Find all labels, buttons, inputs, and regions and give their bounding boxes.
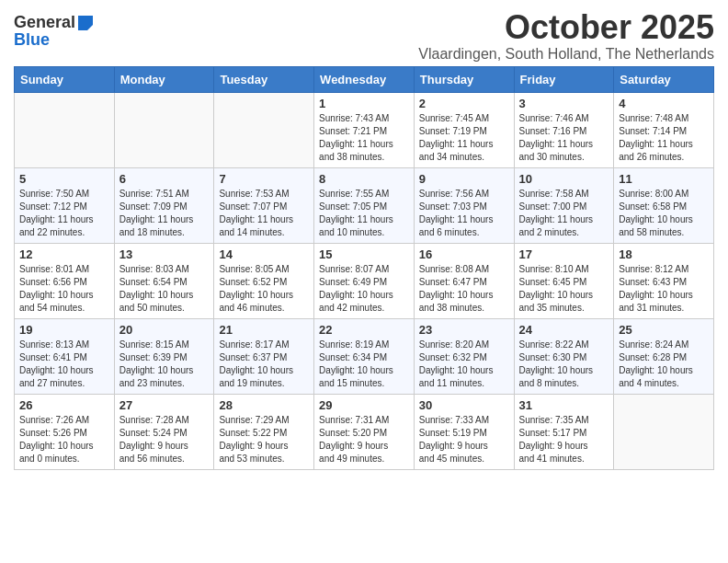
calendar-cell: 8Sunrise: 7:55 AM Sunset: 7:05 PM Daylig… — [314, 167, 415, 243]
day-number: 24 — [519, 323, 609, 337]
calendar-cell: 19Sunrise: 8:13 AM Sunset: 6:41 PM Dayli… — [15, 318, 115, 394]
calendar-cell — [614, 394, 714, 469]
calendar-cell: 14Sunrise: 8:05 AM Sunset: 6:52 PM Dayli… — [214, 243, 314, 318]
svg-marker-0 — [78, 16, 93, 30]
calendar-cell: 20Sunrise: 8:15 AM Sunset: 6:39 PM Dayli… — [114, 318, 214, 394]
day-info: Sunrise: 7:28 AM Sunset: 5:24 PM Dayligh… — [119, 414, 210, 465]
logo: General Blue — [14, 13, 93, 50]
calendar-cell: 6Sunrise: 7:51 AM Sunset: 7:09 PM Daylig… — [114, 167, 214, 243]
day-info: Sunrise: 8:19 AM Sunset: 6:34 PM Dayligh… — [319, 339, 409, 390]
calendar-cell: 22Sunrise: 8:19 AM Sunset: 6:34 PM Dayli… — [314, 318, 415, 394]
day-number: 15 — [319, 247, 409, 261]
day-number: 14 — [219, 247, 309, 261]
month-title: October 2025 — [418, 9, 714, 46]
day-number: 29 — [319, 398, 409, 412]
calendar-cell: 24Sunrise: 8:22 AM Sunset: 6:30 PM Dayli… — [514, 318, 614, 394]
calendar-cell: 5Sunrise: 7:50 AM Sunset: 7:12 PM Daylig… — [15, 167, 115, 243]
day-number: 18 — [619, 247, 709, 261]
weekday-header-wednesday: Wednesday — [314, 66, 415, 92]
day-number: 5 — [19, 172, 109, 186]
page-header: General Blue October 2025 Vlaardingen, S… — [14, 9, 714, 63]
title-section: October 2025 Vlaardingen, South Holland,… — [418, 9, 714, 63]
day-number: 13 — [119, 247, 210, 261]
day-number: 12 — [19, 247, 109, 261]
day-number: 31 — [519, 398, 609, 412]
day-number: 25 — [619, 323, 709, 337]
day-number: 6 — [119, 172, 210, 186]
day-number: 16 — [419, 247, 509, 261]
day-number: 8 — [319, 172, 409, 186]
calendar-cell — [214, 92, 314, 167]
weekday-header-friday: Friday — [514, 66, 614, 92]
day-info: Sunrise: 8:10 AM Sunset: 6:45 PM Dayligh… — [519, 263, 609, 315]
logo-blue-text: Blue — [14, 30, 50, 50]
calendar-cell: 26Sunrise: 7:26 AM Sunset: 5:26 PM Dayli… — [15, 394, 115, 469]
calendar-cell: 25Sunrise: 8:24 AM Sunset: 6:28 PM Dayli… — [614, 318, 714, 394]
day-number: 21 — [219, 323, 309, 337]
day-info: Sunrise: 8:15 AM Sunset: 6:39 PM Dayligh… — [119, 339, 210, 390]
day-info: Sunrise: 7:35 AM Sunset: 5:17 PM Dayligh… — [519, 414, 609, 465]
day-number: 1 — [319, 97, 409, 110]
weekday-header-sunday: Sunday — [15, 66, 115, 92]
day-info: Sunrise: 8:17 AM Sunset: 6:37 PM Dayligh… — [219, 339, 309, 390]
calendar-cell: 30Sunrise: 7:33 AM Sunset: 5:19 PM Dayli… — [414, 394, 514, 469]
day-info: Sunrise: 7:48 AM Sunset: 7:14 PM Dayligh… — [619, 112, 709, 164]
calendar-cell: 27Sunrise: 7:28 AM Sunset: 5:24 PM Dayli… — [114, 394, 214, 469]
day-info: Sunrise: 7:50 AM Sunset: 7:12 PM Dayligh… — [19, 188, 109, 239]
location-title: Vlaardingen, South Holland, The Netherla… — [418, 46, 714, 63]
calendar-cell: 7Sunrise: 7:53 AM Sunset: 7:07 PM Daylig… — [214, 167, 314, 243]
day-number: 7 — [219, 172, 309, 186]
calendar-cell: 12Sunrise: 8:01 AM Sunset: 6:56 PM Dayli… — [15, 243, 115, 318]
day-number: 19 — [19, 323, 109, 337]
weekday-header-monday: Monday — [114, 66, 214, 92]
day-info: Sunrise: 7:45 AM Sunset: 7:19 PM Dayligh… — [419, 112, 509, 164]
day-number: 26 — [19, 398, 109, 412]
calendar-table: SundayMondayTuesdayWednesdayThursdayFrid… — [14, 66, 714, 470]
calendar-cell: 10Sunrise: 7:58 AM Sunset: 7:00 PM Dayli… — [514, 167, 614, 243]
calendar-cell: 11Sunrise: 8:00 AM Sunset: 6:58 PM Dayli… — [614, 167, 714, 243]
day-info: Sunrise: 7:26 AM Sunset: 5:26 PM Dayligh… — [19, 414, 109, 465]
weekday-header-saturday: Saturday — [614, 66, 714, 92]
week-row-2: 5Sunrise: 7:50 AM Sunset: 7:12 PM Daylig… — [15, 167, 714, 243]
calendar-cell: 2Sunrise: 7:45 AM Sunset: 7:19 PM Daylig… — [414, 92, 514, 167]
day-number: 27 — [119, 398, 210, 412]
day-number: 20 — [119, 323, 210, 337]
day-info: Sunrise: 7:56 AM Sunset: 7:03 PM Dayligh… — [419, 188, 509, 239]
day-number: 10 — [519, 172, 609, 186]
calendar-cell: 3Sunrise: 7:46 AM Sunset: 7:16 PM Daylig… — [514, 92, 614, 167]
day-info: Sunrise: 7:43 AM Sunset: 7:21 PM Dayligh… — [319, 112, 409, 164]
calendar-cell: 15Sunrise: 8:07 AM Sunset: 6:49 PM Dayli… — [314, 243, 415, 318]
day-number: 28 — [219, 398, 309, 412]
calendar-cell: 31Sunrise: 7:35 AM Sunset: 5:17 PM Dayli… — [514, 394, 614, 469]
day-info: Sunrise: 7:29 AM Sunset: 5:22 PM Dayligh… — [219, 414, 309, 465]
weekday-header-row: SundayMondayTuesdayWednesdayThursdayFrid… — [15, 66, 714, 92]
day-info: Sunrise: 8:08 AM Sunset: 6:47 PM Dayligh… — [419, 263, 509, 315]
logo-general-text: General — [14, 13, 75, 32]
calendar-cell: 18Sunrise: 8:12 AM Sunset: 6:43 PM Dayli… — [614, 243, 714, 318]
day-info: Sunrise: 8:00 AM Sunset: 6:58 PM Dayligh… — [619, 188, 709, 239]
calendar-cell: 23Sunrise: 8:20 AM Sunset: 6:32 PM Dayli… — [414, 318, 514, 394]
weekday-header-thursday: Thursday — [414, 66, 514, 92]
week-row-5: 26Sunrise: 7:26 AM Sunset: 5:26 PM Dayli… — [15, 394, 714, 469]
day-info: Sunrise: 8:24 AM Sunset: 6:28 PM Dayligh… — [619, 339, 709, 390]
calendar-cell: 21Sunrise: 8:17 AM Sunset: 6:37 PM Dayli… — [214, 318, 314, 394]
calendar-cell: 13Sunrise: 8:03 AM Sunset: 6:54 PM Dayli… — [114, 243, 214, 318]
day-info: Sunrise: 7:31 AM Sunset: 5:20 PM Dayligh… — [319, 414, 409, 465]
day-number: 2 — [419, 97, 509, 110]
day-info: Sunrise: 7:51 AM Sunset: 7:09 PM Dayligh… — [119, 188, 210, 239]
day-info: Sunrise: 8:12 AM Sunset: 6:43 PM Dayligh… — [619, 263, 709, 315]
calendar-cell: 16Sunrise: 8:08 AM Sunset: 6:47 PM Dayli… — [414, 243, 514, 318]
calendar-cell — [114, 92, 214, 167]
day-number: 9 — [419, 172, 509, 186]
day-info: Sunrise: 8:05 AM Sunset: 6:52 PM Dayligh… — [219, 263, 309, 315]
day-info: Sunrise: 8:01 AM Sunset: 6:56 PM Dayligh… — [19, 263, 109, 315]
calendar-cell: 17Sunrise: 8:10 AM Sunset: 6:45 PM Dayli… — [514, 243, 614, 318]
day-info: Sunrise: 8:22 AM Sunset: 6:30 PM Dayligh… — [519, 339, 609, 390]
calendar-cell: 28Sunrise: 7:29 AM Sunset: 5:22 PM Dayli… — [214, 394, 314, 469]
day-number: 3 — [519, 97, 609, 110]
day-info: Sunrise: 7:55 AM Sunset: 7:05 PM Dayligh… — [319, 188, 409, 239]
calendar-cell: 9Sunrise: 7:56 AM Sunset: 7:03 PM Daylig… — [414, 167, 514, 243]
day-number: 23 — [419, 323, 509, 337]
day-info: Sunrise: 8:20 AM Sunset: 6:32 PM Dayligh… — [419, 339, 509, 390]
day-info: Sunrise: 8:03 AM Sunset: 6:54 PM Dayligh… — [119, 263, 210, 315]
